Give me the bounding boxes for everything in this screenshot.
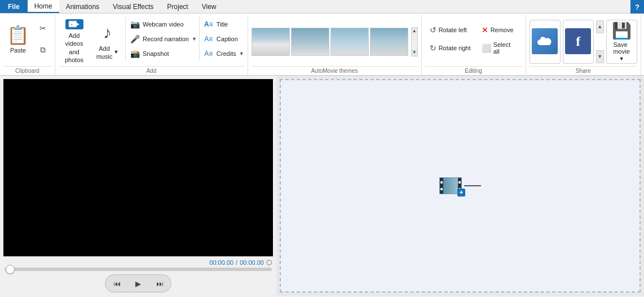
rewind-button[interactable]: ⏮: [107, 276, 127, 291]
video-time: 00:00.00 / 00:00.00 ⬡: [5, 259, 272, 267]
credits-button[interactable]: Credits: [217, 50, 236, 57]
themes-list: [252, 28, 409, 56]
themes-scroll-track: [412, 34, 417, 49]
film-add-overlay: +: [457, 189, 465, 196]
ribbon: 📋 Paste ✂ ⧉ Clipboard: [0, 14, 644, 76]
theme-4[interactable]: [370, 28, 408, 56]
remove-label: Remove: [491, 27, 514, 33]
themes-scrollbar: ▲ ▼: [411, 27, 418, 56]
expand-button[interactable]: ⬡: [266, 259, 272, 267]
rotate-right-button[interactable]: ↻ Rotate right: [425, 40, 476, 56]
add-music-icon: ♪: [103, 21, 112, 43]
progress-thumb[interactable]: [6, 265, 15, 274]
theme-2[interactable]: [291, 28, 329, 56]
play-button[interactable]: ▶: [128, 276, 148, 291]
automovie-label: AutoMovie themes: [252, 66, 418, 75]
caption-row: A≡ Caption: [203, 32, 244, 46]
film-hole-1: [440, 181, 443, 184]
video-controls: 00:00.00 / 00:00.00 ⬡ ⏮ ▶ ⏭: [3, 256, 273, 292]
select-icon: ⬜: [482, 43, 491, 53]
automovie-group: ▲ ▼ AutoMovie themes: [248, 15, 422, 75]
webcam-icon: 📷: [129, 19, 140, 30]
copy-button[interactable]: ⧉: [34, 43, 51, 57]
themes-scroll-down[interactable]: ▼: [412, 49, 417, 56]
rotate-left-label: Rotate left: [439, 27, 467, 33]
share-label: Share: [530, 66, 637, 75]
save-movie-dropdown[interactable]: ▼: [619, 56, 624, 62]
storyboard-film-icon: +: [439, 177, 462, 194]
themes-scroll-up[interactable]: ▲: [412, 28, 417, 34]
step-forward-button[interactable]: ⏭: [149, 276, 170, 291]
remove-button[interactable]: ✕ Remove: [477, 21, 522, 38]
rotate-left-button[interactable]: ↺ Rotate left: [425, 21, 476, 38]
automovie-content: ▲ ▼: [252, 17, 418, 66]
title-icon: A≡: [203, 19, 214, 30]
cloud-share-button[interactable]: [530, 20, 561, 64]
credits-dropdown-arrow[interactable]: ▼: [239, 51, 244, 56]
cloud-icon: [532, 28, 558, 54]
film-hole-2: [440, 188, 443, 190]
remove-icon: ✕: [482, 25, 488, 34]
paste-label: Paste: [10, 47, 26, 54]
save-movie-label: Savemovie: [613, 41, 629, 55]
caption-button[interactable]: Caption: [217, 36, 238, 42]
add-videos-icon: +: [65, 19, 83, 29]
add-main: + Add videosand photos ♪ Addmusic ▼ 📷 We…: [59, 17, 244, 61]
share-group: f ▲ ▼ 💾 Savemovie ▼ Share: [526, 15, 641, 75]
share-scroll-down[interactable]: ▼: [596, 50, 604, 63]
time-current: 00:00.00: [209, 259, 233, 266]
facebook-share-button[interactable]: f: [563, 20, 594, 64]
svg-marker-1: [76, 23, 80, 26]
editing-label: Editing: [425, 66, 522, 75]
add-videos-label: Add videosand photos: [61, 32, 87, 64]
progress-bar[interactable]: [5, 268, 272, 271]
webcam-button[interactable]: Webcam video: [143, 21, 184, 28]
menu-view[interactable]: View: [195, 0, 223, 13]
playback-buttons: ⏮ ▶ ⏭: [5, 274, 272, 292]
facebook-icon: f: [565, 28, 591, 54]
time-total: 00:00.00: [240, 259, 264, 266]
menu-visual-effects[interactable]: Visual Effects: [106, 0, 160, 13]
narration-dropdown-arrow[interactable]: ▼: [192, 36, 197, 42]
snapshot-icon: 📸: [129, 48, 140, 59]
storyboard-dash: [464, 185, 481, 186]
storyboard-area: +: [280, 79, 641, 292]
add-music-label: Addmusic ▼: [96, 45, 119, 61]
select-all-button[interactable]: ⬜ Select all: [477, 40, 522, 56]
theme-1[interactable]: [252, 28, 290, 56]
cut-icon: ✂: [39, 24, 46, 33]
share-scroll-up[interactable]: ▲: [596, 20, 604, 33]
snapshot-row: 📸 Snapshot: [129, 47, 197, 60]
menu-animations[interactable]: Animations: [59, 0, 106, 13]
menu-home[interactable]: Home: [28, 0, 59, 13]
title-row: A≡ Title: [203, 18, 244, 31]
storyboard-hint: +: [439, 177, 481, 194]
narration-button[interactable]: Record narration: [143, 36, 189, 42]
save-movie-button[interactable]: 💾 Savemovie ▼: [606, 20, 637, 64]
menu-project[interactable]: Project: [160, 0, 195, 13]
time-separator: /: [236, 259, 237, 266]
title-button[interactable]: Title: [217, 21, 228, 28]
signin-group: 👤 Sign in: [641, 15, 644, 75]
credits-icon: A≡: [203, 48, 214, 59]
film-strip-left: [440, 178, 443, 194]
add-music-button[interactable]: ♪ Addmusic ▼: [92, 17, 123, 61]
paste-button[interactable]: 📋 Paste: [3, 17, 33, 61]
help-button[interactable]: ?: [630, 0, 644, 14]
snapshot-button[interactable]: Snapshot: [143, 50, 169, 57]
rotate-right-icon: ↻: [430, 43, 436, 53]
cut-button[interactable]: ✂: [34, 21, 51, 35]
theme-3[interactable]: [330, 28, 369, 56]
share-content: f ▲ ▼ 💾 Savemovie ▼: [530, 17, 637, 66]
video-preview: 00:00.00 / 00:00.00 ⬡ ⏮ ▶ ⏭: [0, 76, 276, 296]
film-hole-3: [458, 181, 461, 184]
menu-file[interactable]: File: [0, 0, 28, 13]
editing-content: ↺ Rotate left ✕ Remove ↻ Rotate right ⬜: [425, 17, 522, 66]
menu-bar: File Home Animations Visual Effects Proj…: [0, 0, 644, 14]
add-videos-button[interactable]: + Add videosand photos: [59, 17, 90, 61]
svg-text:+: +: [70, 23, 73, 27]
add-text-col: A≡ Title A≡ Caption A≡ Credits ▼: [199, 17, 244, 61]
clipboard-group: 📋 Paste ✂ ⧉ Clipboard: [0, 15, 55, 75]
rotate-right-label: Rotate right: [439, 45, 471, 51]
editing-group: ↺ Rotate left ✕ Remove ↻ Rotate right ⬜: [422, 15, 526, 75]
